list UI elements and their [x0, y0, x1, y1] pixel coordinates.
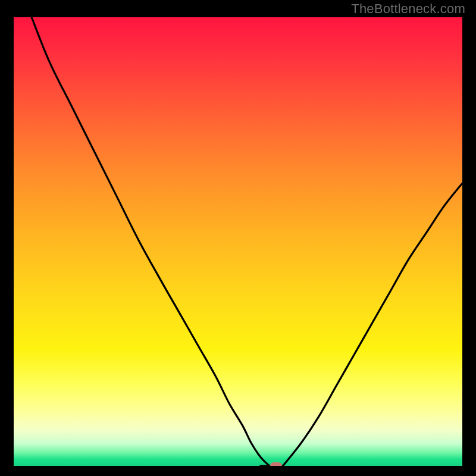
bottleneck-marker	[270, 462, 282, 466]
chart-frame: TheBottleneck.com	[0, 0, 476, 476]
curve-right-branch	[283, 183, 462, 466]
watermark-text: TheBottleneck.com	[351, 1, 465, 17]
bottleneck-curve	[14, 17, 462, 466]
plot-area	[14, 17, 462, 466]
curve-left-branch	[32, 17, 270, 466]
